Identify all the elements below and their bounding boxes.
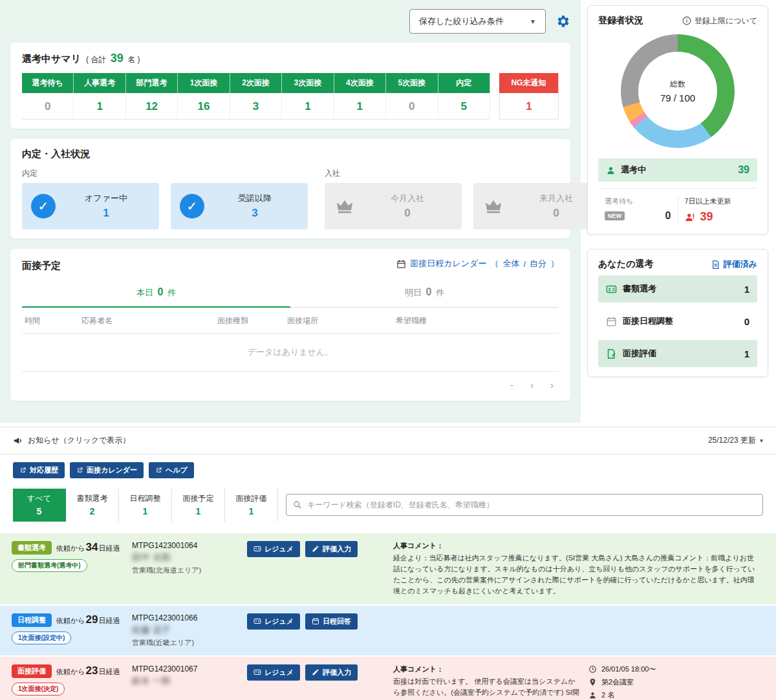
person-alert-icon: [685, 212, 695, 222]
summary-col[interactable]: 2次面接 3: [230, 73, 282, 120]
tab-document-screening[interactable]: 書類選考 2: [66, 489, 119, 522]
tab-tomorrow[interactable]: 明日 0 件: [290, 280, 559, 308]
interview-calendar-button-label: 面接カレンダー: [87, 465, 137, 475]
applicant-id: MTPG1423001066: [132, 613, 242, 622]
tab-schedule-adjust[interactable]: 日程調整 1: [119, 489, 172, 522]
tab-count: 1: [225, 506, 277, 516]
waiting-col[interactable]: 選考待ち NEW 0: [598, 195, 678, 225]
scope-self-link[interactable]: 自分: [530, 258, 546, 270]
keyword-search-box: [286, 494, 763, 516]
summary-col-value: 1: [282, 93, 334, 120]
list-item[interactable]: 面接評価 依頼から23日経過 1次面接(決定) MTPG1423001067 鈴…: [0, 657, 776, 700]
summary-col[interactable]: 1次面接 16: [178, 73, 230, 120]
resume-button[interactable]: レジュメ: [247, 541, 300, 557]
tab-all[interactable]: すべて 5: [13, 489, 66, 522]
resume-button[interactable]: レジュメ: [247, 664, 300, 681]
summary-col[interactable]: 部門選考 12: [126, 73, 178, 120]
applicant-name: 佐藤 花子: [132, 624, 242, 636]
list-item[interactable]: 日程調整 依頼から29日経過 1次面接(設定中) MTPG1423001066 …: [0, 606, 776, 657]
stale-value: 39: [700, 210, 713, 224]
offer-row: 内定 ✓ オファー中 1 ✓ 受諾以降: [22, 168, 559, 229]
document-pencil-icon: [606, 348, 617, 359]
chevron-down-icon: ▼: [530, 18, 536, 25]
resume-button[interactable]: レジュメ: [247, 613, 300, 630]
status-badge: 面接評価: [12, 664, 52, 678]
stale-col[interactable]: 7日以上未更新 39: [678, 195, 758, 225]
top-bar: 保存した絞り込み条件 ▼: [10, 9, 570, 34]
help-button-label: ヘルプ: [166, 465, 188, 475]
summary-col[interactable]: 5次面接 0: [386, 73, 438, 120]
hr-comment-text: 経企より：当応募者は社内スタッフ推薦になります。(SI営業 大島さん) 大島さん…: [393, 553, 757, 597]
registration-limit-link[interactable]: 登録上限について: [682, 16, 757, 27]
join-this-month-box[interactable]: 今月入社 0: [325, 183, 462, 229]
interview-calendar-link[interactable]: 面接日程カレンダー: [410, 258, 486, 270]
summary-col-ng[interactable]: NG未通知 1: [499, 73, 559, 120]
history-button[interactable]: 対応履歴: [13, 462, 65, 478]
external-link-icon: [155, 467, 162, 474]
toolbar: 対応履歴 面接カレンダー ヘルプ: [0, 454, 776, 483]
page-prev-button[interactable]: ‹: [530, 379, 534, 390]
item-count: 1: [744, 284, 749, 295]
tab-interview-planned[interactable]: 面接予定 1: [172, 489, 225, 522]
notice-toggle[interactable]: お知らせ（クリックで表示）: [13, 435, 130, 446]
registrants-title: 登録者状況: [598, 15, 643, 27]
megaphone-icon: [13, 436, 23, 445]
sidebar-item-schedule-adjust[interactable]: 面接日程調整 0: [598, 308, 757, 335]
status-badge: 書類選考: [12, 541, 52, 555]
summary-col[interactable]: 内定 5: [438, 73, 490, 120]
offer-in-progress-box[interactable]: ✓ オファー中 1: [22, 183, 159, 229]
summary-col-header: 3次面接: [282, 73, 334, 93]
offer-accepted-box[interactable]: ✓ 受諾以降 3: [171, 183, 308, 229]
gear-icon: [555, 14, 570, 29]
tab-tomorrow-suffix: 件: [436, 288, 444, 297]
applicant-id: MTPG1423001067: [132, 664, 242, 673]
selecting-value: 39: [738, 164, 749, 176]
tab-label: すべて: [13, 493, 65, 504]
tab-label: 日程調整: [119, 493, 171, 504]
help-button[interactable]: ヘルプ: [149, 462, 194, 478]
elapsed-text: 依頼から23日経過: [56, 664, 120, 677]
summary-col[interactable]: 3次面接 1: [282, 73, 334, 120]
evaluated-link[interactable]: 評価済み: [711, 259, 757, 270]
id-card-icon: [606, 284, 617, 295]
bottom-section: お知らせ（クリックで表示） 25/12/23 更新 ▾ 対応履歴 面接カレンダー…: [0, 427, 776, 700]
list-item[interactable]: 書類選考 依頼から34日経過 部門書類選考(選考中) MTPG142300106…: [0, 533, 776, 606]
saved-filter-dropdown[interactable]: 保存した絞り込み条件 ▼: [409, 9, 546, 34]
sidebar-item-document-screening[interactable]: 書類選考 1: [598, 275, 757, 302]
crown-icon: [482, 196, 504, 216]
settings-gear-button[interactable]: [555, 14, 570, 29]
summary-col[interactable]: 選考待ち 0: [22, 73, 74, 120]
elapsed-text: 依頼から29日経過: [56, 613, 120, 626]
tab-label: 面接評価: [225, 493, 277, 504]
selecting-row[interactable]: 選考中 39: [598, 158, 757, 182]
evaluation-input-button[interactable]: 評価入力: [305, 664, 358, 681]
summary-col-value: 12: [126, 93, 178, 120]
col-header-job: 希望職種: [396, 315, 556, 326]
notice-updated-dropdown[interactable]: 25/12/23 更新 ▾: [708, 435, 763, 446]
summary-total-value: 39: [111, 52, 124, 65]
offer-box-value: 1: [62, 207, 150, 220]
top-section: 保存した絞り込み条件 ▼ 選考中サマリ ( 合計 39 名 ): [0, 0, 776, 423]
tab-count: 5: [13, 506, 65, 516]
keyword-search-input[interactable]: [307, 500, 756, 509]
col-header-place: 面接場所: [287, 315, 396, 326]
id-card-icon: [253, 668, 261, 676]
tab-tomorrow-count: 0: [426, 286, 432, 297]
tab-today[interactable]: 本日 0 件: [22, 280, 290, 308]
sidebar-item-interview-evaluation[interactable]: 面接評価 1: [598, 340, 757, 367]
schedule-reply-button[interactable]: 日程回答: [305, 613, 358, 630]
page-next-button[interactable]: ›: [550, 379, 554, 390]
saved-filter-label: 保存した絞り込み条件: [419, 16, 504, 27]
item-label: 面接評価: [623, 348, 738, 359]
tab-count: 1: [172, 506, 224, 516]
join-group: 入社 今月入社 0: [325, 168, 610, 229]
status-badge: 日程調整: [12, 613, 52, 627]
tab-interview-evaluation[interactable]: 面接評価 1: [225, 489, 278, 522]
summary-col[interactable]: 人事選考 1: [74, 73, 125, 120]
chevron-down-icon: ▾: [760, 437, 763, 444]
interview-calendar-button[interactable]: 面接カレンダー: [70, 462, 144, 478]
scope-all-link[interactable]: 全体: [502, 258, 519, 270]
offer-join-card: 内定・入社状況 内定 ✓ オファー中 1 ✓: [10, 139, 570, 239]
evaluation-input-button[interactable]: 評価入力: [305, 541, 358, 557]
summary-col[interactable]: 4次面接 1: [334, 73, 386, 120]
